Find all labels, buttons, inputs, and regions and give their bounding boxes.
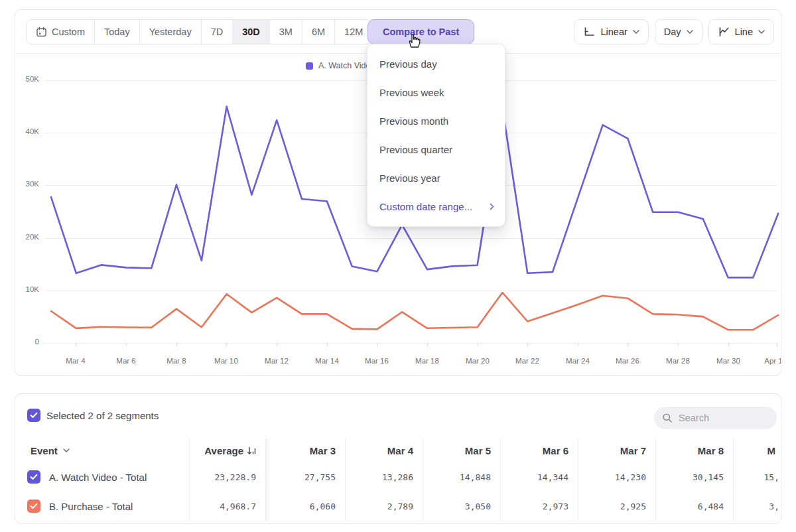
x-axis-label: Mar 4 [66, 357, 85, 365]
chart-controls: Linear Day Line [574, 19, 774, 44]
y-axis-label: 10K [15, 285, 39, 293]
row-checkbox[interactable] [27, 499, 40, 513]
x-tick [327, 343, 328, 346]
x-axis-label: Mar 8 [166, 357, 186, 365]
search-input[interactable] [679, 413, 765, 423]
segments-panel: Selected 2 of 2 segments Event Average [15, 393, 781, 524]
cell-value: 14,848 [423, 462, 501, 492]
scale-select[interactable]: Linear [574, 19, 648, 44]
table-row-purchase[interactable]: B. Purchase - Total [15, 492, 190, 521]
x-axis-label: Mar 14 [315, 357, 339, 365]
x-axis-label: Mar 22 [515, 357, 539, 365]
x-tick [427, 343, 428, 346]
analytics-dashboard: Custom Today Yesterday 7D 30D 3M 6M 12M … [0, 0, 796, 532]
cell-value: 2,789 [346, 492, 423, 521]
table-header-date[interactable]: Mar 7 [578, 438, 656, 462]
y-axis-label: 40K [15, 127, 39, 135]
table-row-watch-video[interactable]: A. Watch Video - Total [15, 462, 190, 492]
cell-value: 6,484 [656, 492, 734, 521]
gridline [44, 291, 777, 291]
date-range-6m-button[interactable]: 6M [302, 20, 335, 44]
date-range-7d-button[interactable]: 7D [202, 20, 233, 44]
table-header-event[interactable]: Event [15, 438, 190, 462]
cell-value: 14,230 [578, 462, 656, 492]
x-axis-label: Mar 30 [716, 357, 740, 365]
x-tick [777, 343, 777, 346]
menu-item-previous-day[interactable]: Previous day [367, 50, 505, 78]
search-box [654, 407, 777, 429]
check-icon [30, 474, 38, 480]
cell-value: 14,344 [501, 462, 578, 492]
cell-value: 4,968.7 [190, 492, 266, 521]
table-header-date[interactable]: Mar 6 [501, 438, 578, 462]
table-header-date[interactable]: Mar 8 [656, 438, 734, 462]
compare-menu: Previous day Previous week Previous mont… [367, 44, 505, 227]
compare-to-past-button[interactable]: Compare to Past [367, 19, 474, 44]
cell-value-truncated: 3, [734, 492, 781, 521]
cell-value: 3,050 [423, 492, 501, 521]
x-axis-label: Mar 24 [566, 357, 590, 365]
events-table: Event Average Mar 3 Mar 4 Mar 5 Mar 6 Ma… [15, 438, 781, 521]
x-tick [728, 343, 729, 346]
x-tick [678, 343, 679, 346]
gridline [44, 238, 777, 239]
x-axis-label: Apr 1 [764, 357, 781, 365]
segments-selected-label: Selected 2 of 2 segments [46, 410, 159, 421]
segments-header-row: Selected 2 of 2 segments [15, 394, 781, 431]
x-axis-label: Mar 18 [415, 357, 439, 365]
date-range-custom-button[interactable]: Custom [27, 20, 95, 44]
table-header-average[interactable]: Average [190, 438, 266, 462]
menu-item-custom-date-range[interactable]: Custom date range... [367, 192, 505, 221]
menu-item-previous-year[interactable]: Previous year [367, 164, 505, 192]
menu-item-previous-week[interactable]: Previous week [367, 78, 505, 107]
date-range-3m-button[interactable]: 3M [270, 20, 302, 44]
cell-value-truncated: 15, [734, 462, 781, 492]
line-chart-icon [718, 27, 730, 37]
submenu-chevron-icon [490, 203, 494, 210]
table-header-date[interactable]: Mar 4 [346, 438, 423, 462]
event-name: A. Watch Video - Total [49, 472, 147, 483]
x-axis-label: Mar 12 [265, 357, 289, 365]
x-tick [126, 343, 127, 346]
cell-value: 23,228.9 [190, 462, 266, 492]
y-axis-label: 20K [15, 233, 39, 241]
table-header-date[interactable]: Mar 5 [423, 438, 501, 462]
y-axis-label: 50K [15, 75, 39, 83]
chevron-down-icon [633, 30, 639, 34]
date-range-today-button[interactable]: Today [95, 20, 140, 44]
chart-type-select[interactable]: Line [708, 19, 774, 44]
row-checkbox[interactable] [27, 470, 40, 484]
x-axis-label: Mar 28 [666, 357, 690, 365]
x-tick [76, 343, 76, 346]
table-header-date[interactable]: Mar 3 [266, 438, 346, 462]
x-tick [377, 343, 377, 346]
chevron-down-icon [63, 448, 70, 452]
x-tick [226, 343, 227, 346]
menu-item-previous-month[interactable]: Previous month [367, 107, 505, 135]
event-name: B. Purchase - Total [49, 501, 133, 512]
cell-value: 30,145 [656, 462, 734, 492]
x-axis-label: Mar 6 [116, 357, 135, 365]
cell-value: 27,755 [266, 462, 346, 492]
x-tick [176, 343, 177, 346]
segments-select-all-checkbox[interactable] [27, 409, 40, 422]
date-range-yesterday-button[interactable]: Yesterday [140, 20, 202, 44]
x-axis-label: Mar 10 [214, 357, 238, 365]
x-axis-label: Mar 16 [365, 357, 389, 365]
cell-value: 6,060 [266, 492, 346, 521]
x-tick [478, 343, 478, 346]
cell-value: 13,286 [346, 462, 423, 492]
table-header-date-truncated[interactable]: M [734, 438, 781, 462]
x-tick [578, 343, 578, 346]
y-axis-label: 30K [15, 180, 39, 188]
menu-item-previous-quarter[interactable]: Previous quarter [367, 135, 505, 164]
date-range-30d-button[interactable]: 30D [233, 20, 270, 44]
interval-select[interactable]: Day [655, 19, 702, 44]
legend-item-watch-video[interactable]: A. Watch Video [306, 61, 375, 70]
chevron-down-icon [758, 30, 765, 34]
date-range-12m-button[interactable]: 12M [335, 20, 372, 44]
check-icon [30, 503, 38, 509]
x-tick [277, 343, 277, 346]
y-axis-label: 0 [15, 338, 39, 346]
chevron-down-icon [687, 30, 693, 34]
